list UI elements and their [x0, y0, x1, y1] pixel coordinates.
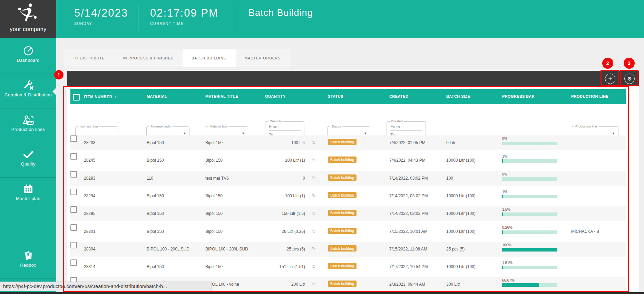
sidebar-item-label: Master plan [0, 196, 56, 201]
column-header-item-number[interactable]: ITEM NUMBER↑ [84, 94, 116, 99]
progress-bar-track [502, 177, 557, 181]
chevron-down-icon[interactable]: ▼ [183, 132, 186, 135]
row-checkbox[interactable] [70, 242, 77, 248]
cell-quantity: 26 Litr (0.26) [236, 229, 305, 234]
column-header-production-line[interactable]: PRODUCTION LINE [571, 94, 608, 98]
window-bottom-edge [0, 292, 644, 294]
column-header-progress-bar[interactable]: PROGRESS BAR [502, 94, 535, 98]
progress-bar-track [502, 159, 557, 163]
cell-batch-size: 100 [446, 176, 453, 181]
row-checkbox[interactable] [70, 153, 77, 160]
sidebar-item-dashboard[interactable]: Dashboard [0, 39, 56, 74]
row-checkbox[interactable] [70, 259, 77, 266]
cell-progress: 0% [502, 172, 557, 181]
cell-status: Batch building [328, 210, 357, 216]
refresh-icon[interactable]: ↻ [312, 193, 316, 198]
sidebar-item-label: Creation & Distribution [0, 92, 56, 97]
cell-item-number: 28293 [84, 176, 95, 181]
chevron-down-icon[interactable]: ▼ [242, 132, 245, 135]
table-row[interactable]: 28245Bipol 150Bipol 150100 Litr (1)↻Batc… [70, 153, 626, 168]
column-header-material-title[interactable]: MATERIAL TITLE [205, 94, 238, 98]
refresh-icon[interactable]: ↻ [312, 211, 316, 216]
row-checkbox[interactable] [70, 171, 77, 178]
annotation-circle-2: 2 [602, 58, 613, 69]
cell-progress: 0.26% [502, 225, 557, 234]
refresh-icon[interactable]: ↻ [312, 264, 316, 269]
plus-icon: + [608, 75, 612, 82]
status-badge: Batch building [328, 245, 357, 252]
refresh-icon[interactable]: ↻ [312, 158, 316, 163]
cell-status: Batch building [328, 157, 357, 163]
company-logo-text: your company [0, 26, 56, 32]
column-header-material[interactable]: MATERIAL [147, 94, 167, 98]
sidebar-item-label: Dashboard [0, 58, 56, 63]
column-header-batch-size[interactable]: BATCH SIZE [446, 94, 470, 98]
progress-bar-fill [502, 248, 557, 252]
cell-quantity: 151 Litr (1.51) [236, 264, 305, 269]
table-row[interactable]: 28233Bipol 150Bipol 150100 Litr↻Batch bu… [70, 135, 626, 150]
progress-percent-label: 0.26% [502, 225, 557, 229]
sidebar-item-redbox[interactable]: Redbox [0, 244, 56, 279]
progress-bar-fill [502, 195, 503, 198]
table-row[interactable]: 28293110test mat TV60↻Batch building7/14… [70, 171, 626, 186]
status-badge: Batch building [328, 263, 357, 269]
tab-in-process-finished[interactable]: IN PROCESS & FINISHED [114, 49, 183, 67]
created-from-input[interactable]: From [390, 124, 422, 131]
calendar-icon [0, 183, 56, 195]
status-badge: Batch building [328, 228, 357, 234]
header-time-block: 02:17:09 PM CURRENT TIME [150, 7, 218, 26]
refresh-icon[interactable]: ↻ [312, 246, 316, 252]
cell-material-title: Bipol 150 [205, 264, 223, 269]
row-checkbox[interactable] [70, 135, 77, 142]
active-item-notch [52, 88, 56, 95]
cell-created: 7/14/2022, 03:02 PM [389, 176, 428, 181]
cell-material: Bipol 150 [147, 158, 164, 163]
current-day-label: SUNDAY [74, 21, 128, 26]
refresh-icon[interactable]: ↻ [312, 229, 316, 234]
table-row[interactable]: 28295Bipol 150Bipol 150150 Litr (1.5)↻Ba… [70, 206, 626, 221]
company-logo-icon [17, 2, 39, 25]
row-checkbox[interactable] [70, 189, 77, 195]
sidebar-item-creation-distribution[interactable]: Creation & Distribution [0, 74, 56, 108]
row-checkbox[interactable] [70, 224, 77, 231]
refresh-icon[interactable]: ↻ [312, 282, 316, 287]
column-header-status[interactable]: STATUS [328, 94, 343, 98]
table-row[interactable]: 28314Bipol 150Bipol 150151 Litr (1.51)↻B… [70, 259, 626, 274]
table-row[interactable]: 28304BIPOL 100 - 200L SUDBIPOL 100 - 200… [70, 242, 626, 257]
tab-master-orders[interactable]: MASTER ORDERS [236, 49, 290, 67]
header-date-block: 5/14/2023 SUNDAY [74, 7, 128, 26]
status-badge: Batch building [328, 192, 357, 198]
quantity-from-input[interactable]: From [269, 124, 301, 131]
sidebar-item-production-lines[interactable]: Production lines [0, 108, 56, 143]
cell-material-title: Bipol 150 [205, 193, 223, 198]
cell-created: 7/14/2022, 03:02 PM [389, 211, 428, 216]
cell-progress: 1.51% [502, 260, 557, 269]
cell-status: Batch building [328, 263, 357, 269]
table-row[interactable]: 28294Bipol 150Bipol 150100 Litr (1)↻Batc… [70, 189, 626, 203]
settings-button[interactable]: ⚙ [624, 74, 635, 84]
status-badge: Batch building [328, 174, 357, 181]
tab-to-distribute[interactable]: TO DISTRIBUTE [64, 49, 114, 67]
tab-batch-building[interactable]: BATCH BUILDING [183, 49, 235, 67]
select-all-checkbox[interactable] [73, 94, 80, 101]
cell-progress: 1.5% [502, 207, 557, 216]
cell-quantity: 25 pcs (5) [236, 247, 305, 252]
refresh-icon[interactable]: ↻ [312, 176, 316, 181]
row-checkbox[interactable] [70, 206, 77, 213]
sidebar-item-master-plan[interactable]: Master plan [0, 177, 56, 212]
add-button[interactable]: + [605, 74, 615, 84]
table-row[interactable]: 28301Bipol 150Bipol 15026 Litr (0.26)↻Ba… [70, 224, 626, 239]
cell-item-number: 28295 [84, 211, 95, 216]
cell-created: 7/4/2022, 01:05 PM [389, 140, 426, 145]
chevron-down-icon[interactable]: ▼ [612, 132, 615, 135]
chevron-down-icon[interactable]: ▼ [364, 132, 367, 135]
column-header-created[interactable]: CREATED [389, 94, 408, 98]
column-header-quantity[interactable]: QUANTITY [265, 94, 285, 98]
cell-quantity: 100 Litr [236, 140, 305, 145]
cell-production-line: MÍCHAČKA - B [571, 229, 599, 234]
cell-quantity: 200 Litr [236, 282, 305, 287]
sidebar-item-quality[interactable]: Quality [0, 143, 56, 178]
current-time-label: CURRENT TIME [150, 21, 218, 26]
cell-quantity: 100 Litr (1) [236, 193, 305, 198]
refresh-icon[interactable]: ↻ [312, 140, 316, 145]
